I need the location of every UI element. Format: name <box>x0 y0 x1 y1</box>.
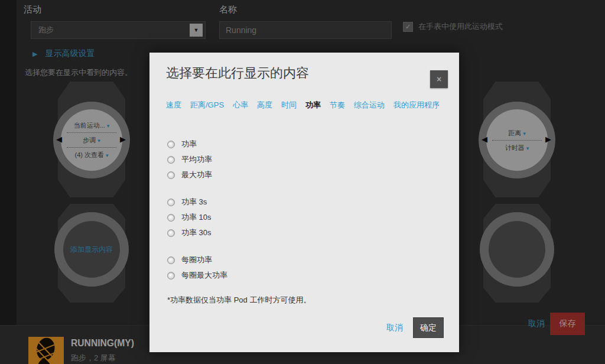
sport-mode-editor: 活动 跑步 ▼ 名称 ✓ 在手表中使用此运动模式 ▶ 显示高级设置 选择您要在显… <box>0 0 605 364</box>
tab-speed[interactable]: 速度 <box>166 100 181 110</box>
tab-altitude[interactable]: 高度 <box>257 100 272 110</box>
tab-power[interactable]: 功率 <box>305 100 321 110</box>
radio-lap-power[interactable]: 每圈功率 <box>167 252 311 268</box>
ok-button[interactable]: 确定 <box>413 317 444 338</box>
option-group-1: 功率 平均功率 最大功率 <box>167 136 311 183</box>
radio-icon[interactable] <box>167 141 175 148</box>
tab-multisport[interactable]: 综合运动 <box>354 100 385 110</box>
tab-distance-gps[interactable]: 距离/GPS <box>190 100 224 110</box>
dialog-footer: 取消 确定 <box>386 317 444 338</box>
radio-icon[interactable] <box>167 214 175 222</box>
radio-icon[interactable] <box>167 171 175 179</box>
cancel-button[interactable]: 取消 <box>386 323 403 333</box>
radio-icon[interactable] <box>167 156 175 164</box>
tab-time[interactable]: 时间 <box>281 100 297 110</box>
option-group-3: 每圈功率 每圈最大功率 <box>167 252 311 283</box>
category-tabs: 速度 距离/GPS 心率 高度 时间 功率 节奏 综合运动 我的应用程序 <box>166 100 440 110</box>
radio-icon[interactable] <box>167 256 175 264</box>
dialog-title: 选择要在此行显示的内容 <box>166 64 309 82</box>
option-group-2: 功率 3s 功率 10s 功率 30s <box>167 194 311 240</box>
radio-icon[interactable] <box>167 229 175 237</box>
power-pod-note: *功率数据仅当功率 Pod 工作时方可使用。 <box>167 295 311 306</box>
radio-icon[interactable] <box>167 199 175 206</box>
radio-lap-max-power[interactable]: 每圈最大功率 <box>167 268 311 283</box>
radio-avg-power[interactable]: 平均功率 <box>167 152 311 167</box>
row-content-dialog: 选择要在此行显示的内容 × 速度 距离/GPS 心率 高度 时间 功率 节奏 综… <box>149 53 459 352</box>
radio-power-3s[interactable]: 功率 3s <box>167 194 311 210</box>
radio-max-power[interactable]: 最大功率 <box>167 167 311 183</box>
tab-heart-rate[interactable]: 心率 <box>233 100 248 110</box>
radio-power[interactable]: 功率 <box>167 136 311 152</box>
radio-power-30s[interactable]: 功率 30s <box>167 225 311 240</box>
tab-my-apps[interactable]: 我的应用程序 <box>393 100 440 110</box>
tab-cadence[interactable]: 节奏 <box>330 100 345 110</box>
radio-icon[interactable] <box>167 272 175 280</box>
option-list: 功率 平均功率 最大功率 功率 3s 功率 10s 功率 30s 每圈功率 每圈… <box>167 136 311 306</box>
radio-power-10s[interactable]: 功率 10s <box>167 210 311 225</box>
close-icon[interactable]: × <box>430 70 448 88</box>
